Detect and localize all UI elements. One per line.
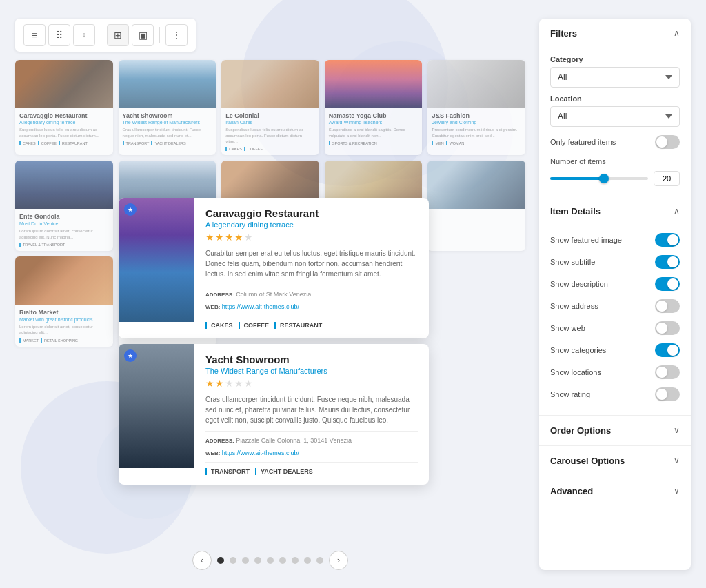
toggle-row-categories: Show categories	[550, 339, 680, 361]
advanced-title: Advanced	[550, 486, 593, 496]
page-dot-8[interactable]	[304, 557, 311, 564]
toolbar-divider-2	[159, 27, 160, 43]
toggle-row-featured-image: Show featured image	[550, 229, 680, 251]
order-options-chevron-icon: ∨	[674, 425, 680, 435]
category-select[interactable]: All Restaurants Fashion Sports Travel	[550, 67, 680, 88]
grid-view-button[interactable]: ⊞	[107, 24, 129, 46]
grid-card-fashion[interactable]: J&S Fashion Jewelry and Clothing Praesen…	[427, 60, 525, 156]
toggle-row-web: Show web	[550, 317, 680, 339]
page-dot-7[interactable]	[292, 557, 299, 564]
preview-button[interactable]: ▣	[132, 24, 154, 46]
card-description: Curabitur semper erat eu tellus luctus, …	[205, 248, 418, 279]
card-address-2: ADDRESS: Piazzale Calle Colonna, 1, 3014…	[205, 437, 418, 444]
only-featured-toggle[interactable]	[655, 135, 680, 149]
list-view-button[interactable]: ≡	[23, 24, 46, 46]
item-details-body: Show featured image Show subtitle Show d…	[539, 226, 691, 415]
page-dot-4[interactable]	[254, 557, 261, 564]
num-items-slider[interactable]	[550, 177, 648, 180]
grid-card-5[interactable]	[427, 161, 525, 251]
location-select[interactable]: All Venice Rome Milan	[550, 106, 680, 127]
show-categories-label: Show categories	[550, 346, 606, 354]
card-title-2: Yacht Showroom	[205, 354, 418, 365]
sort-button[interactable]: ↕	[73, 24, 95, 46]
show-description-label: Show description	[550, 280, 608, 288]
show-address-label: Show address	[550, 302, 598, 310]
detail-card-caravaggio[interactable]: ★ Caravaggio Restaurant A legendary dini…	[119, 198, 429, 338]
item-details-title: Item Details	[550, 206, 601, 216]
show-subtitle-label: Show subtitle	[550, 258, 595, 266]
toolbar: ≡ ⠿ ↕ ⊞ ▣ ⋮	[15, 19, 196, 52]
order-options-section[interactable]: Order Options ∨	[539, 416, 691, 446]
show-rating-label: Show rating	[550, 390, 590, 398]
filters-header[interactable]: Filters ∧	[539, 19, 691, 48]
toggle-row-rating: Show rating	[550, 383, 680, 405]
filters-body: Category All Restaurants Fashion Sports …	[539, 55, 691, 196]
carousel-options-chevron-icon: ∨	[674, 456, 680, 465]
show-rating-toggle[interactable]	[655, 387, 680, 401]
toggle-row-locations: Show locations	[550, 361, 680, 383]
advanced-section[interactable]: Advanced ∨	[539, 476, 691, 506]
card-stars: ★★★★★	[205, 232, 418, 243]
featured-badge: ★	[124, 203, 137, 216]
card-description-2: Cras ullamcorper tincidunt tincidunt. Fu…	[205, 394, 418, 425]
location-label: Location	[550, 94, 680, 103]
detail-card-yacht[interactable]: ★ Yacht Showroom The Widest Range of Man…	[119, 344, 429, 485]
carousel-options-section[interactable]: Carousel Options ∨	[539, 446, 691, 476]
card-web-2: WEB: https://www.ait-themes.club/	[205, 449, 418, 456]
show-categories-toggle[interactable]	[655, 343, 680, 357]
item-details-chevron-icon: ∧	[674, 206, 680, 216]
right-panel: Filters ∧ Category All Restaurants Fashi…	[539, 19, 691, 570]
filters-section: Filters ∧ Category All Restaurants Fashi…	[539, 19, 691, 196]
only-featured-label: Only featured items	[550, 138, 616, 146]
more-options-button[interactable]: ⋮	[165, 24, 188, 46]
grid-card-colonial[interactable]: Le Colonial Italian Cafes Suspendisse lu…	[221, 60, 319, 156]
page-dot-2[interactable]	[230, 557, 236, 564]
grid-card-rialto[interactable]: Rialto Market Market with great historic…	[15, 256, 113, 347]
category-label: Category	[550, 55, 680, 63]
card-title: Caravaggio Restaurant	[205, 207, 418, 219]
show-featured-image-toggle[interactable]	[655, 233, 680, 247]
carousel-options-title: Carousel Options	[550, 456, 625, 466]
show-web-toggle[interactable]	[655, 321, 680, 335]
show-web-label: Show web	[550, 324, 585, 332]
advanced-chevron-icon: ∨	[674, 486, 680, 496]
card-subtitle: A legendary dining terrace	[205, 221, 418, 229]
next-page-button[interactable]: ›	[329, 551, 348, 570]
show-subtitle-toggle[interactable]	[655, 255, 680, 269]
filters-title: Filters	[550, 28, 577, 39]
num-items-label: Number of items	[550, 157, 680, 165]
item-details-header[interactable]: Item Details ∧	[539, 196, 691, 226]
grid-card-caravaggio[interactable]: Caravaggio Restaurant A legendary dining…	[15, 60, 113, 156]
card-tags-2: TRANSPORT YACHT DEALERS	[205, 468, 418, 475]
grid-card-yacht[interactable]: Yacht Showroom The Widest Range of Manuf…	[119, 60, 216, 156]
page-dot-6[interactable]	[279, 557, 286, 564]
page-dot-5[interactable]	[267, 557, 274, 564]
page-dot-3[interactable]	[242, 557, 249, 564]
left-panel: ≡ ⠿ ↕ ⊞ ▣ ⋮ Caravaggio Restaurant A lege…	[15, 19, 525, 570]
grid-card-yoga[interactable]: Namaste Yoga Club Award-Winning Teachers…	[325, 60, 423, 156]
dots-view-button[interactable]: ⠿	[48, 24, 70, 46]
page-dot-9[interactable]	[316, 557, 323, 564]
pagination: ‹ ›	[15, 551, 525, 570]
grid-area: Caravaggio Restaurant A legendary dining…	[15, 60, 525, 537]
order-options-title: Order Options	[550, 425, 611, 436]
toggle-row-description: Show description	[550, 273, 680, 295]
card-web: WEB: https://www.ait-themes.club/	[205, 303, 418, 310]
item-details-section: Item Details ∧ Show featured image Show …	[539, 196, 691, 416]
toggle-row-address: Show address	[550, 295, 680, 317]
page-dot-1[interactable]	[217, 557, 224, 564]
show-locations-label: Show locations	[550, 368, 601, 376]
grid-card-gondola[interactable]: Ente Gondola Must Do in Venice Lorem ips…	[15, 161, 113, 251]
show-locations-toggle[interactable]	[655, 365, 680, 379]
show-featured-image-label: Show featured image	[550, 236, 622, 244]
only-featured-row: Only featured items	[550, 135, 680, 149]
show-description-toggle[interactable]	[655, 277, 680, 291]
toolbar-divider	[101, 27, 101, 43]
overlay-cards: ★ Caravaggio Restaurant A legendary dini…	[119, 198, 429, 485]
num-items-input[interactable]: 20	[654, 171, 680, 186]
card-tags: CAKES COFFEE RESTAURANT	[205, 322, 418, 329]
prev-page-button[interactable]: ‹	[192, 551, 212, 570]
card-subtitle-2: The Widest Range of Manufacturers	[205, 367, 418, 375]
show-address-toggle[interactable]	[655, 299, 680, 313]
filters-chevron-up-icon: ∧	[674, 28, 680, 38]
